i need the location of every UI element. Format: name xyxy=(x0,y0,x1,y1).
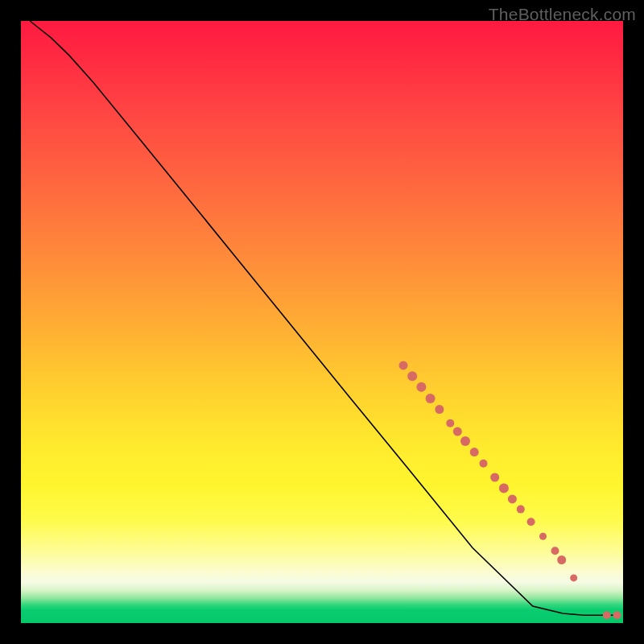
data-marker xyxy=(508,494,517,503)
data-marker xyxy=(603,611,611,619)
data-marker xyxy=(460,436,470,446)
data-markers xyxy=(399,361,621,619)
data-marker xyxy=(490,473,499,482)
data-marker xyxy=(499,483,509,493)
data-marker xyxy=(416,382,426,392)
data-marker xyxy=(557,555,566,564)
data-marker xyxy=(517,506,525,514)
bottleneck-curve xyxy=(30,21,617,615)
data-marker xyxy=(613,611,621,619)
data-marker xyxy=(527,518,535,526)
data-marker xyxy=(435,405,444,414)
data-marker xyxy=(539,533,547,540)
data-marker xyxy=(453,427,462,436)
data-marker xyxy=(470,448,479,456)
chart-svg xyxy=(21,21,623,623)
data-marker xyxy=(446,419,454,427)
data-marker xyxy=(570,574,577,581)
data-marker xyxy=(551,547,559,555)
data-marker xyxy=(480,460,488,468)
data-marker xyxy=(399,361,408,369)
data-marker xyxy=(426,394,436,403)
data-marker xyxy=(407,371,417,381)
